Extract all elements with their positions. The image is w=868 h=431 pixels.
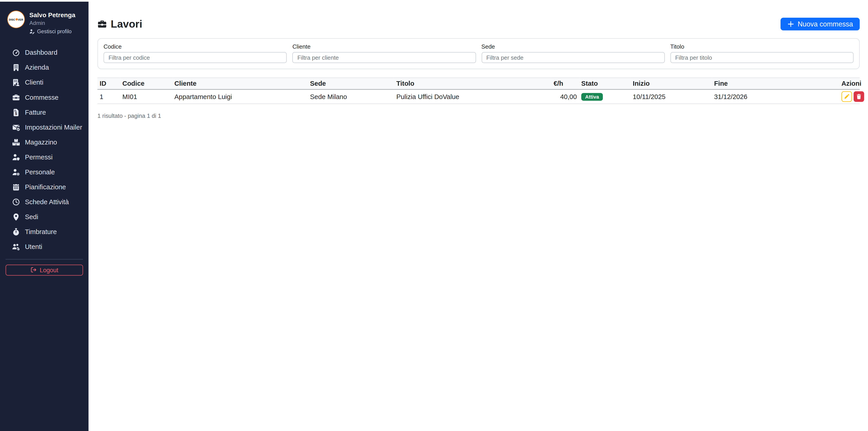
table-header-row: ID Codice Cliente Sede Titolo €/h Stato …: [97, 78, 860, 89]
building-icon: [12, 64, 20, 71]
jobs-table: ID Codice Cliente Sede Titolo €/h Stato …: [97, 78, 860, 104]
pencil-icon: [844, 94, 850, 100]
col-header-cliente: Cliente: [172, 78, 308, 89]
envelope-check-icon: [12, 123, 20, 131]
svg-text:$: $: [15, 112, 17, 116]
sidebar-item-magazzino[interactable]: Magazzino: [0, 135, 89, 150]
sidebar-item-clienti[interactable]: Clienti: [0, 75, 89, 90]
col-header-fine: Fine: [712, 78, 839, 89]
logout-icon: [30, 267, 36, 273]
plus-icon: [787, 21, 795, 28]
invoice-dollar-icon: $: [12, 109, 20, 116]
user-role: Admin: [29, 20, 75, 27]
col-header-codice: Codice: [120, 78, 172, 89]
filter-label: Cliente: [292, 43, 476, 50]
avatar: DISCVER: [8, 11, 24, 28]
status-badge: Attiva: [581, 93, 603, 101]
page-title: Lavori: [97, 18, 142, 30]
person-edit-icon: [29, 29, 35, 34]
filter-panel: Codice Cliente Sede Titolo: [97, 38, 860, 69]
sidebar: DISCVER Salvo Petrenga Admin Gestisci pr…: [0, 2, 89, 431]
sidebar-item-timbrature[interactable]: Timbrature: [0, 224, 89, 240]
cell-azioni: [839, 89, 860, 104]
briefcase-icon: [97, 20, 107, 29]
stopwatch-icon: [12, 228, 20, 236]
brand-logo: DISCVER: [9, 18, 23, 21]
main-header: Lavori Nuova commessa: [97, 18, 860, 30]
manage-profile-link[interactable]: Gestisci profilo: [29, 29, 75, 35]
sidebar-item-schede-attivita[interactable]: Schede Attività: [0, 195, 89, 210]
results-summary: 1 risultato - pagina 1 di 1: [97, 113, 860, 119]
col-header-titolo: Titolo: [394, 78, 551, 89]
sidebar-item-sedi[interactable]: Sedi: [0, 210, 89, 224]
col-header-rate: €/h: [551, 78, 579, 89]
cell-fine: 31/12/2026: [712, 89, 839, 104]
gauge-icon: [12, 49, 20, 57]
brand-logo-o-icon: [16, 18, 18, 21]
filter-label: Titolo: [670, 43, 854, 50]
clock-icon: [12, 198, 20, 206]
briefcase-icon: [12, 94, 20, 101]
filter-label: Sede: [481, 43, 665, 50]
sidebar-item-impostazioni-mailer[interactable]: Impostazioni Mailer: [0, 120, 89, 135]
user-shield-icon: [12, 153, 20, 161]
user-block: DISCVER Salvo Petrenga Admin Gestisci pr…: [0, 2, 89, 40]
filter-input-titolo[interactable]: [670, 52, 854, 63]
filter-input-sede[interactable]: [481, 52, 665, 63]
col-header-sede: Sede: [308, 78, 394, 89]
app-root: DISCVER Salvo Petrenga Admin Gestisci pr…: [0, 0, 868, 431]
map-pin-icon: [12, 213, 20, 221]
new-commessa-button[interactable]: Nuova commessa: [780, 18, 860, 30]
sidebar-divider: [5, 259, 83, 259]
delete-button[interactable]: [854, 91, 864, 102]
cell-rate: 40,00: [551, 89, 579, 104]
filter-field-cliente: Cliente: [292, 43, 476, 63]
user-gear-icon: [12, 168, 20, 176]
cell-sede: Sede Milano: [308, 89, 394, 104]
col-header-inizio: Inizio: [630, 78, 712, 89]
table-row: 1 MI01 Appartamento Luigi Sede Milano Pu…: [97, 89, 860, 104]
sidebar-item-pianificazione[interactable]: Pianificazione: [0, 180, 89, 195]
col-header-azioni: Azioni: [839, 78, 860, 89]
edit-button[interactable]: [841, 91, 852, 102]
sidebar-item-azienda[interactable]: Azienda: [0, 60, 89, 75]
user-meta: Salvo Petrenga Admin Gestisci profilo: [29, 11, 75, 35]
main-content: Lavori Nuova commessa Codice Cliente Sed…: [89, 0, 868, 431]
calendar-icon: [12, 183, 20, 191]
filter-input-cliente[interactable]: [292, 52, 476, 63]
logout-button[interactable]: Logout: [5, 264, 83, 275]
cell-titolo: Pulizia Uffici DoValue: [394, 89, 551, 104]
cell-cliente: Appartamento Luigi: [172, 89, 308, 104]
sidebar-item-permessi[interactable]: Permessi: [0, 150, 89, 165]
col-header-id: ID: [97, 78, 120, 89]
cell-id: 1: [97, 89, 120, 104]
sidebar-item-commesse[interactable]: Commesse: [0, 90, 89, 105]
boxes-icon: [12, 138, 20, 146]
sidebar-item-fatture[interactable]: $ Fatture: [0, 105, 89, 120]
sidebar-nav: Dashboard Azienda Clienti Commesse $ Fat…: [0, 45, 89, 254]
cell-codice: MI01: [120, 89, 172, 104]
col-header-stato: Stato: [579, 78, 630, 89]
building-user-icon: [12, 79, 20, 86]
filter-input-codice[interactable]: [103, 52, 287, 63]
users-gear-icon: [12, 243, 20, 251]
filter-label: Codice: [103, 43, 287, 50]
cell-inizio: 10/11/2025: [630, 89, 712, 104]
trash-icon: [856, 94, 862, 100]
sidebar-item-personale[interactable]: Personale: [0, 165, 89, 180]
filter-field-titolo: Titolo: [670, 43, 854, 63]
filter-field-codice: Codice: [103, 43, 287, 63]
user-name: Salvo Petrenga: [29, 11, 75, 19]
filter-field-sede: Sede: [481, 43, 665, 63]
sidebar-item-dashboard[interactable]: Dashboard: [0, 45, 89, 60]
sidebar-item-utenti[interactable]: Utenti: [0, 240, 89, 254]
cell-stato: Attiva: [579, 89, 630, 104]
